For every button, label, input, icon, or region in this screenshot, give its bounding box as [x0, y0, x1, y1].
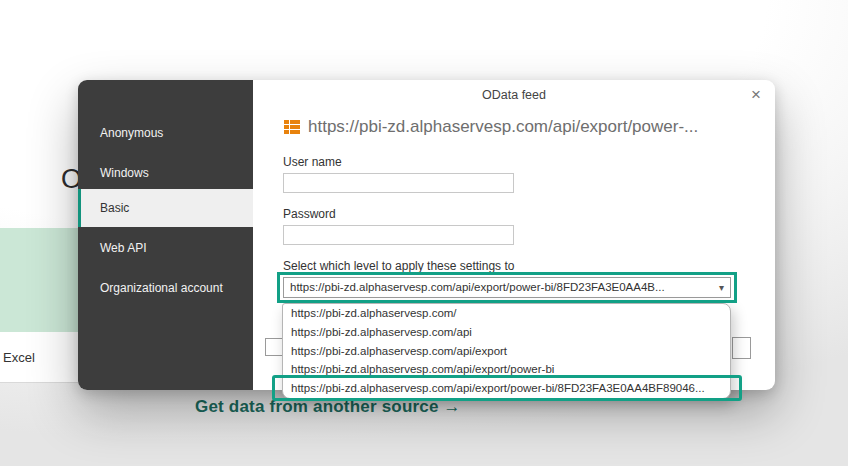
excel-source-card[interactable]: Excel [0, 332, 78, 383]
level-option-3[interactable]: https://pbi-zd.alphaservesp.com/api/expo… [283, 342, 730, 361]
excel-card-label: Excel [0, 350, 35, 365]
level-option-1[interactable]: https://pbi-zd.alphaservesp.com/ [283, 304, 730, 323]
sidebar-item-anonymous[interactable]: Anonymous [78, 114, 253, 152]
sidebar-item-basic[interactable]: Basic [78, 189, 253, 227]
odata-feed-dialog: Anonymous Windows Basic Web API Organiza… [78, 80, 775, 390]
level-dropdown[interactable]: https://pbi-zd.alphaservesp.com/api/expo… [283, 277, 731, 298]
close-icon[interactable]: × [746, 85, 766, 105]
source-url-text: https://pbi-zd.alphaservesp.com/api/expo… [308, 117, 698, 137]
sidebar-item-windows[interactable]: Windows [78, 154, 253, 192]
username-label: User name [283, 155, 342, 169]
sidebar-item-web-api[interactable]: Web API [78, 229, 253, 267]
password-label: Password [283, 207, 336, 221]
get-data-another-source-link[interactable]: Get data from another source → [195, 397, 461, 417]
level-option-2[interactable]: https://pbi-zd.alphaservesp.com/api [283, 323, 730, 342]
background-mint-tile [0, 228, 78, 332]
dialog-title: OData feed [253, 88, 775, 102]
obscured-button-fragment-right[interactable] [732, 337, 751, 359]
table-icon [283, 118, 301, 136]
username-input[interactable] [283, 173, 514, 193]
level-option-5[interactable]: https://pbi-zd.alphaservesp.com/api/expo… [283, 379, 730, 398]
screen: O Excel Get data from another source → A… [0, 0, 848, 466]
level-label: Select which level to apply these settin… [283, 259, 514, 273]
chevron-down-icon: ▾ [719, 278, 724, 298]
level-option-4[interactable]: https://pbi-zd.alphaservesp.com/api/expo… [283, 360, 730, 379]
auth-method-sidebar: Anonymous Windows Basic Web API Organiza… [78, 80, 253, 390]
password-input[interactable] [283, 225, 514, 245]
level-dropdown-options: https://pbi-zd.alphaservesp.com/ https:/… [282, 303, 731, 399]
level-dropdown-value: https://pbi-zd.alphaservesp.com/api/expo… [290, 281, 665, 293]
sidebar-item-organizational-account[interactable]: Organizational account [78, 269, 253, 307]
source-url-row: https://pbi-zd.alphaservesp.com/api/expo… [283, 117, 698, 137]
